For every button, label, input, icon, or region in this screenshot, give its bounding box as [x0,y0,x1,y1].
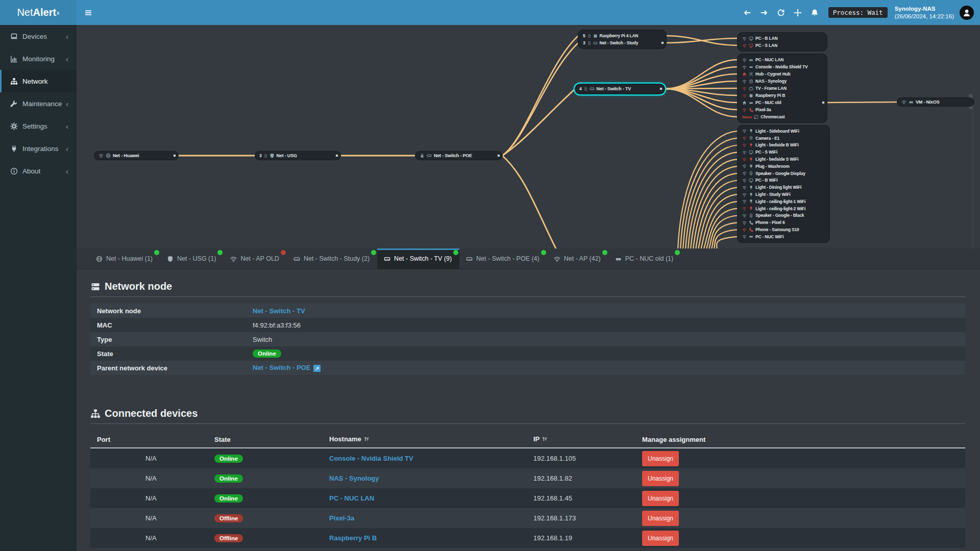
hostname-link[interactable]: Raspberry Pi B [329,534,377,542]
tab-pc-nuc-old-1[interactable]: PC - NUC old (1) [608,248,681,269]
tab-net-huawei-1[interactable]: Net - Huawei (1) [89,248,160,269]
tab-net-ap-42[interactable]: Net - AP (42) [547,248,608,269]
user-avatar[interactable] [960,6,974,20]
info-link[interactable]: Net - Switch - POE [253,364,310,371]
graph-node-net-huawei[interactable]: Net - Huawei [94,152,178,160]
graph-device-pc-nuc-lan[interactable]: PC - NUC LAN [738,56,827,63]
sort-icon[interactable] [542,436,548,443]
nav-back-button[interactable] [739,0,756,25]
graph-device-pc-b-lan[interactable]: PC - B LAN [738,35,827,42]
graph-device-light-bedside-b-wifi[interactable]: Light - bedside B WiFi [738,142,829,149]
hostname-link[interactable]: Pixel-3a [329,514,354,522]
graph-device-console-nvidia-shield-tv[interactable]: Console - Nvidia Shield TV [738,63,827,70]
sidebar-item-settings[interactable]: Settings‹ [0,115,77,137]
tab-net-switch-tv-9[interactable]: Net - Switch - TV (9) [377,248,459,269]
sidebar-item-monitoring[interactable]: Monitoring‹ [0,47,77,70]
graph-device-light-ceiling-light-1-wifi[interactable]: Light - ceiling-light-1 WiFi [738,198,829,205]
sidebar-item-network[interactable]: Network [0,70,77,92]
nav-refresh-button[interactable] [773,0,790,25]
gear-icon [10,122,18,130]
plug-icon [749,164,753,168]
monitor-icon [749,43,753,48]
column-header-hostname[interactable]: Hostname [329,435,533,443]
sidebar-item-label: Maintenance [22,100,62,108]
hostname-link[interactable]: NAS - Synology [329,474,379,482]
graph-device-phone-pixel-6[interactable]: Phone - Pixel 6 [738,219,829,226]
action-cell: Unassign [642,491,965,506]
tab-net-switch-study-2[interactable]: Net - Switch - Study (2) [287,248,377,269]
graph-device-plug-washroom[interactable]: Plug - Washroom [738,163,829,170]
nav-move-button[interactable] [790,0,806,25]
device-label: Net - USG [277,153,297,158]
graph-device-phone-samsung-s10[interactable]: Phone - Samsung S10 [738,226,829,233]
graph-device-net-switch-study[interactable]: 3Net - Switch - Study [578,39,666,46]
tab-net-usg-1[interactable]: Net - USG (1) [160,248,224,269]
sort-icon[interactable] [364,436,370,443]
sidebar-toggle-button[interactable] [77,0,100,25]
graph-node-net-usg[interactable]: 3Net - USG [255,152,340,160]
graph-device-raspberry-pi-b[interactable]: Raspberry Pi B [738,92,827,99]
wifi-icon [742,36,747,41]
unassign-button[interactable]: Unassign [642,531,679,546]
graph-device-hub-cygnet-hub[interactable]: Hub - Cygnet Hub [738,70,827,78]
sidebar-item-about[interactable]: About‹ [0,160,77,182]
graph-device-light-dining-light-wifi[interactable]: Light - Dining light WiFi [738,184,829,191]
hostname-link[interactable]: PC - NUC LAN [329,494,374,502]
move-icon [794,9,802,17]
child-count: 3 [583,40,585,45]
connected-devices-header: Connected devices [90,408,965,419]
tab-net-ap-old[interactable]: Net - AP OLD [224,248,287,269]
wifi-icon [742,43,747,48]
graph-device-speaker-google-black[interactable]: Speaker - Google - Black [738,212,829,219]
sidebar-item-integrations[interactable]: Integrations‹ [0,137,77,160]
graph-device-pc-nuc-old[interactable]: PC - NUC old [738,99,827,106]
graph-device-light-ceiling-light-2-wifi[interactable]: Light - ceiling-light-2 WiFi [738,205,829,212]
external-link-icon[interactable] [313,365,321,372]
graph-device-nas-synology[interactable]: NAS - Synology [738,78,827,85]
graph-node-net-switch-tv[interactable]: 4Net - Switch - TV [575,84,665,94]
sidebar-item-maintenance[interactable]: Maintenance‹ [0,92,77,115]
graph-device-pc-s-lan[interactable]: PC - S LAN [738,42,827,49]
nav-forward-button[interactable] [756,0,773,25]
graph-device-tv-frame-lan[interactable]: TV - Frame LAN [738,85,827,92]
graph-device-pc-nuc-wifi[interactable]: PC - NUC WiFi [738,233,829,240]
graph-device-chromecast[interactable]: NoneChromecast [738,113,827,120]
graph-device-raspberry-pi-4-lan[interactable]: 5Raspberry Pi 4 LAN [578,32,666,39]
sidebar-item-devices[interactable]: Devices‹ [0,25,77,47]
info-link[interactable]: Net - Switch - TV [253,307,305,315]
tab-label: Net - AP OLD [240,255,279,262]
eth-icon [466,256,473,262]
graph-device-pixel-3a[interactable]: Pixel-3a [738,106,827,113]
graph-device-light-sideboard-wifi[interactable]: Light - Sideboard WiFi [738,128,829,135]
graph-device-pc-b-wifi[interactable]: PC - B WiFi [738,177,829,184]
hostname-link[interactable]: Console - Nvidia Shield TV [329,455,413,462]
server-icon [90,282,101,292]
scrollbar-track[interactable] [972,106,973,255]
app-logo[interactable]: NetAlertx [0,0,77,25]
tab-net-switch-poe-4[interactable]: Net - Switch - POE (4) [459,248,547,269]
host-timestamp: (26/06/2024, 14:22:16) [895,13,954,20]
unassign-button[interactable]: Unassign [642,511,679,526]
device-label: PC - NUC WiFi [755,234,783,239]
eth-icon [384,256,390,262]
device-label: TV - Frame LAN [755,86,787,91]
graph-node-vm-nixos[interactable]: VM - NixOS [897,98,974,106]
unassign-button[interactable]: Unassign [642,471,679,486]
eth-icon [590,86,595,91]
unassign-button[interactable]: Unassign [642,491,679,506]
globe-icon [106,153,111,158]
graph-device-light-bedside-s-wifi[interactable]: Light - bedside S WiFi [738,156,829,163]
graph-device-speaker-google-display[interactable]: Speaker - Google Display [738,170,829,177]
graph-node-net-switch-poe[interactable]: Net - Switch - POE [415,152,502,160]
state-cell: Online [214,494,329,503]
notifications-button[interactable] [806,0,823,25]
chevron-left-icon: ‹ [66,144,68,153]
network-topology-graph[interactable]: Net - Huawei3Net - USGNet - Switch - POE… [77,25,980,248]
unassign-button[interactable]: Unassign [642,451,679,466]
graph-device-camera-e1[interactable]: Camera - E1 [738,135,829,142]
graph-device-light-study-wifi[interactable]: Light - Study WiFi [738,191,829,198]
column-header-ip[interactable]: IP [533,435,642,443]
graph-device-pc-s-wifi[interactable]: PC - S WiFi [738,148,829,156]
phone-icon [749,228,753,232]
sort-icon [364,436,370,442]
